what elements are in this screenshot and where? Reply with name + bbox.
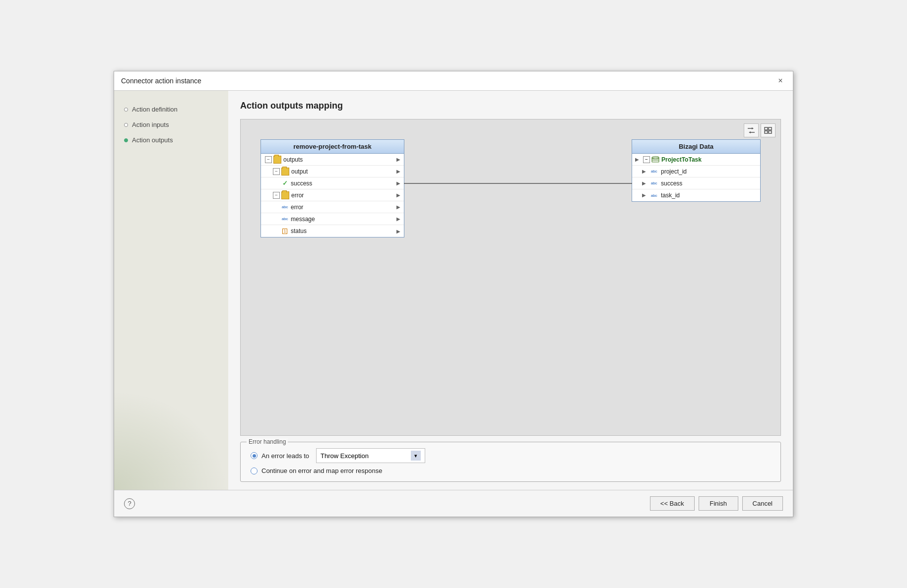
sidebar-label-1: Action definition: [132, 106, 178, 113]
tree-row[interactable]: − output ▶: [261, 166, 404, 177]
expand-error[interactable]: −: [273, 192, 280, 199]
expand-output[interactable]: −: [273, 168, 280, 175]
check-icon: ✓: [281, 179, 289, 187]
biz-arrow: ▶: [642, 192, 648, 198]
error-handling-section: Error handling An error leads to Throw E…: [240, 442, 781, 482]
tree-label-output: output: [291, 168, 396, 175]
tree-arrow-outputs: ▶: [396, 157, 401, 162]
sidebar-item-action-outputs[interactable]: Action outputs: [124, 136, 218, 144]
abc-icon: abc: [650, 191, 658, 199]
tree-arrow-error-group: ▶: [396, 193, 401, 198]
tree-row-success[interactable]: ✓ success ▶: [261, 177, 404, 189]
right-table-header: Bizagi Data: [632, 140, 760, 154]
title-bar: Connector action instance ×: [114, 71, 793, 91]
sidebar-dot-3: [124, 138, 128, 142]
sidebar-item-action-inputs[interactable]: Action inputs: [124, 121, 218, 128]
biz-label-project-id: project_id: [661, 168, 757, 175]
tree-label-outputs: outputs: [283, 156, 396, 163]
biz-arrow: ▶: [642, 180, 648, 186]
tree-label-status: status: [291, 228, 396, 235]
abc-icon: abc: [650, 168, 658, 176]
error-option1-label: An error leads to: [261, 452, 309, 460]
dropdown-chevron-icon: ▾: [411, 451, 421, 461]
tree-label-error-field: error: [291, 204, 396, 211]
body: Action definition Action inputs Action o…: [114, 91, 793, 490]
finish-button[interactable]: Finish: [699, 496, 738, 511]
biz-label-success: success: [661, 180, 757, 187]
right-bizagi-table: Bizagi Data ▶ − ProjectToTask: [632, 139, 761, 202]
error-option2-label: Continue on error and map error response: [261, 467, 383, 474]
db-icon: [651, 156, 659, 164]
dropdown-value: Throw Exception: [321, 452, 411, 460]
help-button[interactable]: ?: [124, 498, 135, 509]
tree-arrow-error-field: ▶: [396, 205, 401, 210]
biz-label-projecttotask: ProjectToTask: [661, 156, 757, 163]
sidebar-item-action-definition[interactable]: Action definition: [124, 106, 218, 113]
tree-label-message: message: [291, 216, 396, 223]
tree-arrow-message: ▶: [396, 217, 401, 222]
biz-expand[interactable]: −: [643, 156, 650, 163]
tree-row[interactable]: abc message ▶: [261, 213, 404, 225]
dropdown-throw-exception[interactable]: Throw Exception ▾: [316, 448, 425, 463]
tree-arrow-output: ▶: [396, 169, 401, 174]
footer: ? << Back Finish Cancel: [114, 490, 793, 517]
footer-buttons: << Back Finish Cancel: [650, 496, 783, 511]
back-button[interactable]: << Back: [650, 496, 695, 511]
sidebar-label-2: Action inputs: [132, 121, 169, 128]
folder-icon: [281, 191, 289, 199]
num-icon: 1: [281, 227, 289, 235]
left-tree-table: remove-project-from-task − outputs ▶ −: [260, 139, 404, 237]
mapping-canvas: remove-project-from-task − outputs ▶ −: [241, 119, 780, 435]
tree-row[interactable]: abc error ▶: [261, 201, 404, 213]
tree-label-success: success: [291, 180, 396, 187]
folder-icon: [273, 156, 281, 164]
abc-icon: abc: [281, 215, 289, 223]
page-title: Action outputs mapping: [240, 101, 781, 111]
tree-row[interactable]: − error ▶: [261, 189, 404, 201]
error-handling-legend: Error handling: [247, 438, 288, 445]
biz-arrow: ▶: [642, 169, 648, 175]
bizagi-row[interactable]: ▶ − ProjectToTask: [632, 154, 760, 166]
radio-option2[interactable]: [251, 468, 258, 474]
abc-icon: abc: [281, 203, 289, 211]
close-button[interactable]: ×: [775, 75, 786, 86]
bizagi-row[interactable]: ▶ abc task_id: [632, 189, 760, 201]
radio-option1[interactable]: [251, 452, 258, 459]
dialog-title: Connector action instance: [121, 77, 201, 85]
sidebar-dot-2: [124, 123, 128, 127]
dialog: Connector action instance × Action defin…: [114, 71, 793, 517]
biz-label-task-id: task_id: [661, 192, 757, 199]
error-row-2: Continue on error and map error response: [251, 467, 771, 474]
tree-arrow-success: ▶: [396, 181, 401, 186]
sidebar: Action definition Action inputs Action o…: [114, 91, 228, 490]
biz-arrow: ▶: [635, 157, 641, 163]
error-row-1: An error leads to Throw Exception ▾: [251, 448, 771, 463]
mapping-area: remove-project-from-task − outputs ▶ −: [240, 119, 781, 436]
folder-icon: [281, 168, 289, 176]
tree-row[interactable]: 1 status ▶: [261, 225, 404, 237]
bizagi-row[interactable]: ▶ abc project_id: [632, 166, 760, 177]
main-content: Action outputs mapping: [228, 91, 793, 490]
bizagi-row-success[interactable]: ▶ abc success: [632, 177, 760, 189]
abc-icon: abc: [650, 179, 658, 187]
sidebar-dot-1: [124, 108, 128, 112]
left-table-header: remove-project-from-task: [261, 140, 404, 154]
sidebar-label-3: Action outputs: [132, 136, 173, 144]
tree-row[interactable]: − outputs ▶: [261, 154, 404, 166]
expand-outputs[interactable]: −: [265, 156, 272, 163]
cancel-button[interactable]: Cancel: [742, 496, 783, 511]
tree-label-error-group: error: [291, 192, 396, 199]
tree-arrow-status: ▶: [396, 229, 401, 234]
